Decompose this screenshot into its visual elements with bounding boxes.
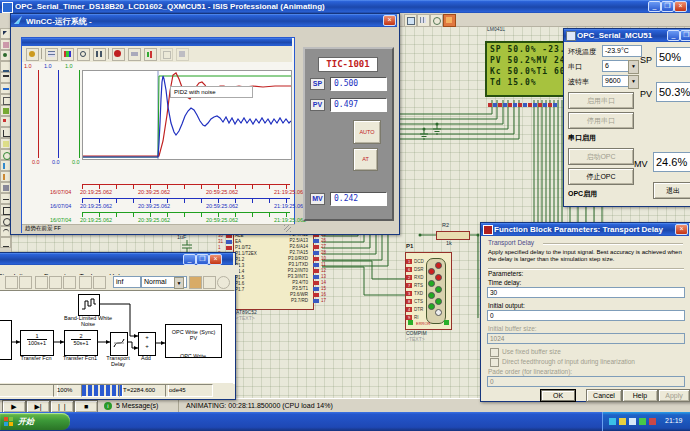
2d-text-icon[interactable]	[0, 237, 11, 248]
minimize-button[interactable]: _	[648, 1, 661, 12]
compim-ref-label: P1	[406, 243, 413, 249]
tray-opc-icon[interactable]	[639, 418, 646, 425]
table-icon[interactable]	[45, 48, 58, 61]
redo-icon[interactable]	[93, 276, 106, 289]
trend-curves	[83, 71, 291, 159]
opc-maximize-button[interactable]: ❐	[680, 30, 690, 41]
start-button[interactable]: 开始	[0, 413, 70, 430]
sp-value[interactable]: 0.500	[330, 77, 387, 91]
opc-dialog: OPC_Serial_MCU51 _ ❐ 环境温度 -23.9°C 串口 6 ▼…	[563, 28, 690, 207]
help-button[interactable]: Help	[622, 389, 658, 402]
trend-chart-area[interactable]: 1.0 1.0 1.0 0.0 0.0 0.0 PID2 with	[22, 62, 292, 182]
delay-dialog-icon	[483, 225, 493, 235]
simulink-minimize-button[interactable]: _	[183, 254, 196, 265]
initial-output-input[interactable]: 0	[487, 310, 685, 321]
refresh-icon[interactable]	[430, 14, 443, 27]
y-axis-top-label-red: 1.0	[24, 63, 32, 69]
time-delay-input[interactable]: 30	[487, 287, 685, 298]
world-icon[interactable]	[217, 276, 230, 289]
pade-order-input: 0	[487, 376, 685, 387]
simulink-close-button[interactable]: ×	[209, 254, 222, 265]
exit-button[interactable]: 退出	[653, 182, 690, 199]
desktop: LM041L SP 50.0% -23.9°CPV 50.2%MV 24.5%K…	[0, 0, 690, 431]
trend-title-bar[interactable]	[22, 38, 292, 46]
forward-arrow-icon[interactable]	[49, 276, 62, 289]
opc-pv-label: PV	[640, 89, 652, 99]
sim-mode-arrow-icon[interactable]: ▼	[174, 277, 184, 289]
animating-status: ANIMATING: 00:28:11.850000 (CPU load 14%…	[186, 402, 333, 409]
mcu-text-label: <TEXT>	[236, 315, 255, 321]
resistor-r2[interactable]	[436, 231, 470, 240]
opc-title-bar[interactable]: OPC_Serial_MCU51 _ ❐	[564, 29, 690, 42]
power-icon[interactable]	[443, 14, 456, 27]
cancel-button[interactable]: Cancel	[586, 389, 622, 402]
stop-icon[interactable]	[112, 48, 125, 61]
library-icon[interactable]	[189, 276, 202, 289]
palette-icon[interactable]	[61, 48, 74, 61]
opc-sp-input[interactable]: 50%	[656, 47, 690, 67]
delay-close-button[interactable]: ×	[675, 224, 688, 235]
report-icon[interactable]	[160, 48, 173, 61]
chart-export-icon[interactable]	[144, 48, 157, 61]
start-opc-button[interactable]: 启动OPC	[568, 148, 634, 165]
transport-delay-block[interactable]	[110, 332, 128, 356]
simulink-maximize-button[interactable]: ❐	[196, 254, 209, 265]
wincc-window: WinCC-运行系统 - × 1.0	[10, 13, 400, 235]
up-arrow-icon[interactable]	[63, 276, 76, 289]
maximize-button[interactable]: ❐	[661, 1, 674, 12]
wincc-title-bar[interactable]: WinCC-运行系统 - ×	[11, 14, 397, 27]
opc-read-block[interactable]	[0, 320, 12, 360]
tray-msg-icon[interactable]	[649, 418, 656, 425]
stop-opc-button[interactable]: 停止OPC	[568, 168, 634, 185]
windows-flag-icon	[4, 417, 13, 426]
back-arrow-icon[interactable]	[35, 276, 48, 289]
auto-button[interactable]: AUTO	[353, 120, 381, 144]
port-select-arrow-icon[interactable]: ▼	[628, 60, 639, 74]
feedthrough-checkbox[interactable]	[490, 358, 499, 367]
simulink-title-bar[interactable]: _ ❐ ×	[0, 253, 233, 265]
copy-icon[interactable]	[5, 276, 18, 289]
simulink-canvas[interactable]: Band-Limited White Noise 1 100s+1 Transf…	[0, 290, 235, 384]
taskbar-clock[interactable]: 21:19	[665, 417, 683, 424]
at-button[interactable]: AT	[353, 148, 378, 171]
add-block[interactable]: ++	[138, 332, 156, 356]
ok-button[interactable]: OK	[540, 389, 576, 402]
tray-volume-icon[interactable]	[629, 418, 636, 425]
binoculars-icon[interactable]	[93, 48, 106, 61]
tf1-denominator: 50s+1	[65, 340, 97, 346]
save-icon[interactable]	[176, 48, 189, 61]
baud-select-arrow-icon[interactable]: ▼	[628, 75, 639, 89]
printer-icon[interactable]	[128, 48, 141, 61]
temp-input[interactable]: -23.9°C	[602, 45, 642, 57]
grid-icon[interactable]	[417, 14, 430, 27]
delay-title-bar[interactable]: Function Block Parameters: Transport Del…	[481, 223, 689, 236]
paste-icon[interactable]	[19, 276, 32, 289]
close-button[interactable]: ×	[674, 1, 687, 12]
debug-icon[interactable]	[203, 276, 216, 289]
lcd-module[interactable]: LM041L SP 50.0% -23.9°CPV 50.2%MV 24.5%K…	[485, 28, 570, 100]
pv-value: 0.497	[330, 98, 387, 112]
simulink-window: _ ❐ × File Edit View Simulation Format T…	[0, 252, 236, 400]
resize-grip[interactable]	[284, 225, 291, 232]
message-count[interactable]: 5 Message(s)	[116, 402, 158, 409]
noise-block[interactable]	[78, 294, 100, 316]
message-info-icon[interactable]: i	[104, 402, 112, 410]
transfer-fcn1-block[interactable]: 2 50s+1	[64, 330, 98, 356]
apply-button[interactable]: Apply	[658, 389, 690, 402]
transfer-fcn-block[interactable]: 1 100s+1	[20, 330, 54, 356]
stop-time-input[interactable]: inf	[113, 276, 141, 288]
lcd-text-line: SP 50.0% -23.9°C	[490, 45, 573, 56]
tray-security-icon[interactable]	[619, 418, 626, 425]
magnifier-icon[interactable]	[77, 48, 90, 61]
enable-port-button[interactable]: 启用串口	[568, 92, 634, 109]
opc-minimize-button[interactable]: _	[667, 30, 680, 41]
wincc-close-button[interactable]: ×	[383, 15, 396, 26]
disable-port-button[interactable]: 停用串口	[568, 112, 634, 129]
time-labels-red: 16/07/0420:19:25.06220:39:25.06220:59:25…	[50, 189, 314, 196]
tray-network-icon[interactable]	[609, 418, 616, 425]
undo-icon[interactable]	[79, 276, 92, 289]
key-icon[interactable]	[26, 48, 39, 61]
fixed-buffer-checkbox[interactable]	[490, 348, 499, 357]
transport-delay-dialog: Function Block Parameters: Transport Del…	[480, 222, 690, 402]
sheet-icon[interactable]	[404, 14, 417, 27]
